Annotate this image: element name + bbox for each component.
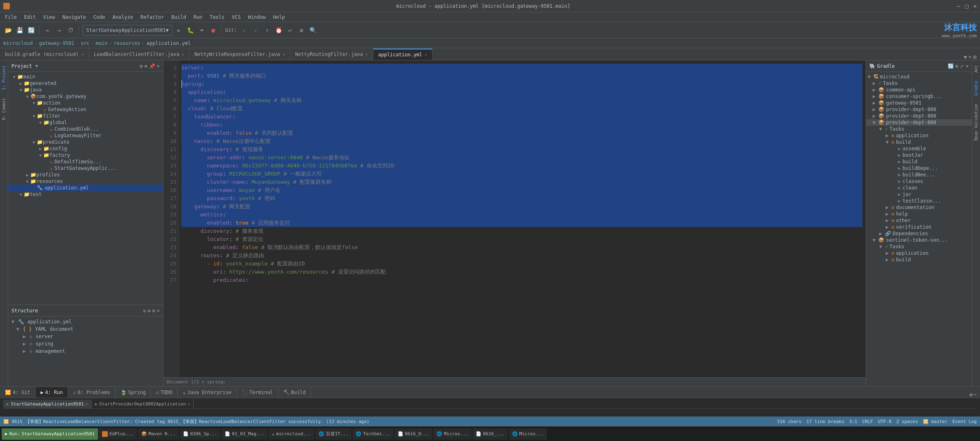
bottom-tab-todo[interactable]: ☑ TODO [151, 387, 178, 398]
tree-item-action[interactable]: ▼ 📁 action [8, 100, 163, 106]
code-area[interactable]: server: port: 9501 # 网关服务的端口 spring: app… [180, 60, 866, 377]
struct-item-yaml-doc[interactable]: ▼ { } YAML document [10, 325, 161, 333]
tree-item-gateway-action[interactable]: ☕ GatewayAction [8, 106, 163, 113]
settings-icon[interactable]: ⚙ [152, 308, 155, 314]
stop-button[interactable]: ■ [208, 25, 218, 35]
gradle-task-bootjar[interactable]: ▶ bootJar [866, 152, 972, 158]
menu-view[interactable]: View [40, 13, 58, 21]
close-button[interactable]: × [973, 3, 977, 9]
gradle-close-icon[interactable]: × [966, 63, 969, 69]
tab-close-icon[interactable]: × [81, 52, 84, 57]
gradle-item-sub-tasks[interactable]: ▼ ⚡ Tasks [866, 126, 972, 132]
menu-window[interactable]: Window [245, 13, 269, 21]
tab-application-yml[interactable]: application.yml × [373, 49, 432, 60]
debug-button[interactable]: 🐛 [185, 25, 195, 35]
breadcrumb-main[interactable]: main [96, 40, 107, 46]
gradle-expand-icon[interactable]: ⤢ [960, 63, 964, 69]
tab-netty-write[interactable]: NettyWriteResponseFilter.java × [189, 49, 290, 60]
breadcrumb-file[interactable]: application.yml [147, 40, 191, 46]
menu-edit[interactable]: Edit [21, 13, 39, 21]
tree-item-test[interactable]: ▼ 📁 test [8, 191, 163, 198]
gradle-item-sentinel-build[interactable]: ▶ ⚙ build [866, 256, 972, 263]
menu-run[interactable]: Run [190, 13, 206, 21]
taskbar-micros2[interactable]: 🌐 Micros... [509, 428, 547, 440]
tree-item-generated[interactable]: ▶ 📁 generated [8, 80, 163, 87]
project-gear-icon[interactable]: ⚙ [140, 63, 143, 69]
tree-item-resources[interactable]: ▼ 📁 resources [8, 178, 163, 185]
coverage-button[interactable]: ☂ [197, 25, 207, 35]
panel-settings-icon[interactable]: ⚙ [969, 392, 973, 398]
tree-item-main[interactable]: ▼ 📁 main [8, 74, 163, 80]
menu-navigate[interactable]: Navigate [59, 13, 89, 21]
gradle-item-other[interactable]: ▶ ⚙ other [866, 217, 972, 224]
run-button[interactable]: ▶ [174, 25, 184, 35]
gradle-item-deps[interactable]: ▶ 🔗 Dependencies [866, 230, 972, 237]
gradle-task-testclasses[interactable]: ▶ testClasse... [866, 198, 972, 204]
taskbar-techsmi[interactable]: 🌐 TechSmi... [352, 428, 393, 440]
sort-icon[interactable]: ⇅ [143, 308, 146, 314]
tab-netty-routing[interactable]: NettyRoutingFilter.java × [290, 49, 373, 60]
tree-item-default-time[interactable]: ☕ DefaultTimeSu... [8, 158, 163, 165]
taskbar-magento[interactable]: 📄 01_03_Mag... [221, 428, 267, 440]
gradle-task-buildnee[interactable]: ▶ buildNee... [866, 172, 972, 178]
breadcrumb-microcloud[interactable]: microcloud [3, 40, 33, 46]
side-tab-gradle[interactable]: Gradle [973, 78, 979, 99]
minimize-button[interactable]: − [957, 3, 960, 9]
tab-loadbalancer[interactable]: LoadBalancerClientFilter.java × [89, 49, 190, 60]
tree-item-filter[interactable]: ▼ 📁 filter [8, 113, 163, 119]
tree-item-predicate[interactable]: ▼ 📁 predicate [8, 139, 163, 145]
bottom-tab-run[interactable]: ▶ 4: Run [36, 387, 68, 398]
side-tab-ant[interactable]: Ant [973, 62, 979, 76]
filter-icon[interactable]: ≡ [147, 308, 150, 314]
run-tab-close-icon[interactable]: × [85, 402, 88, 406]
menu-analyze[interactable]: Analyze [109, 13, 136, 21]
window-controls[interactable]: − □ × [957, 3, 977, 9]
gradle-item-gateway-9501[interactable]: ▶ 📦 gateway-9501 [866, 100, 972, 106]
project-close-icon[interactable]: × [157, 63, 160, 69]
taskbar-0616[interactable]: 📄 0616_D... [394, 428, 433, 440]
taskbar-0616b[interactable]: 📄 0616_... [472, 428, 508, 440]
project-collapse-icon[interactable]: ≡ [145, 63, 147, 69]
taskbar-microcloud[interactable]: ☕ microcloud... [269, 428, 315, 440]
gradle-item-common-api[interactable]: ▶ 📦 common-api [866, 87, 972, 93]
tab-dropdown-icon[interactable]: ▼ [964, 54, 967, 60]
run-tab-provider[interactable]: ▶ StartProviderDept8002Application × [91, 400, 194, 408]
tree-item-package[interactable]: ▼ 📦 com.yootk.gateway [8, 93, 163, 100]
gradle-task-assemble[interactable]: ▶ assemble [866, 145, 972, 152]
gradle-item-build-group[interactable]: ▼ ⚙ build [866, 139, 972, 145]
status-event-log[interactable]: Event Log [952, 419, 977, 424]
git-history-button[interactable]: ⏰ [274, 25, 283, 35]
tree-item-java[interactable]: ▼ 📁 java [8, 87, 163, 93]
menu-code[interactable]: Code [90, 13, 109, 21]
menu-vcs[interactable]: VCS [229, 13, 244, 21]
taskbar-micros1[interactable]: 🌐 Micros... [433, 428, 472, 440]
menu-tools[interactable]: Tools [207, 13, 228, 21]
tree-item-log-filter[interactable]: ☕ LogGatewayFilter [8, 132, 163, 139]
menu-build[interactable]: Build [168, 13, 189, 21]
gradle-item-sentinel[interactable]: ▼ 📦 sentinel-token-sen... [866, 237, 972, 243]
save-button[interactable]: 💾 [15, 25, 24, 35]
bottom-tab-git[interactable]: 🔀 4: Git [0, 387, 36, 398]
tree-item-combined-glob[interactable]: ☕ CombinedGlob... [8, 126, 163, 132]
taskbar-maven[interactable]: 📦 Maven R... [138, 428, 179, 440]
bottom-tab-problems[interactable]: ⚠ 6: Problems [68, 387, 116, 398]
open-folder-button[interactable]: 📂 [3, 25, 13, 35]
project-pin-icon[interactable]: 📌 [149, 63, 155, 69]
gradle-task-classes[interactable]: ▶ classes [866, 178, 972, 185]
gradle-item-sentinel-tasks[interactable]: ▼ ⚡ Tasks [866, 243, 972, 250]
struct-item-file[interactable]: ▼ 🔧 application.yml [10, 318, 161, 325]
editor[interactable]: 1 2 3 4 5 6 7 8 9 10 11 12 13 14 15 16 1… [163, 60, 866, 386]
gradle-item-provider-1[interactable]: ▶ 📦 provider-dept-800 [866, 106, 972, 113]
gradle-item-tasks[interactable]: ▶ ⚡ Tasks [866, 80, 972, 87]
breadcrumb-src[interactable]: src [80, 40, 89, 46]
taskbar-edplus[interactable]: EdPlus... [99, 428, 137, 440]
struct-item-management[interactable]: ▶ ◇ management [10, 347, 161, 355]
bottom-tab-java-enterprise[interactable]: ☕ Java Enterprise [178, 387, 237, 398]
gradle-item-provider-2[interactable]: ▶ 📦 provider-dept-800 [866, 113, 972, 119]
sync-button[interactable]: 🔄 [26, 25, 36, 35]
tree-item-factory[interactable]: ▼ 📁 factory [8, 152, 163, 158]
gradle-item-app-group[interactable]: ▶ ⚙ application [866, 132, 972, 139]
editor-content[interactable]: 1 2 3 4 5 6 7 8 9 10 11 12 13 14 15 16 1… [163, 60, 866, 377]
taskbar-0206[interactable]: 📄 0206_Sp... [180, 428, 220, 440]
gradle-item-microcloud[interactable]: ▼ 🏗 microcloud [866, 74, 972, 80]
